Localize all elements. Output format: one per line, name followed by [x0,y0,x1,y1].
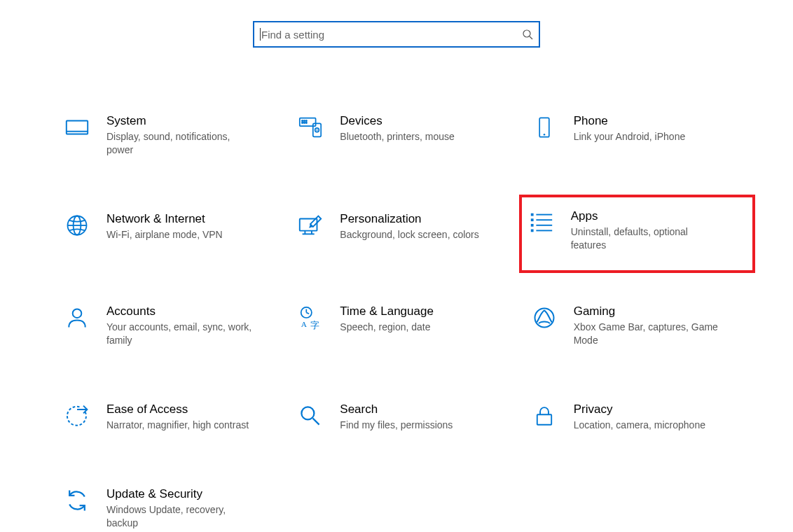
svg-point-7 [306,120,308,122]
tile-title: System [106,113,277,129]
svg-point-8 [302,122,303,124]
tile-texts: Personalization Background, lock screen,… [340,211,510,241]
tile-texts: Network & Internet Wi-Fi, airplane mode,… [106,211,277,241]
svg-rect-27 [536,214,552,216]
tile-title: Personalization [340,211,510,227]
svg-rect-25 [530,224,533,227]
search-container [0,21,793,48]
svg-line-1 [530,36,532,39]
tile-title: Devices [340,113,510,129]
tile-search[interactable]: Search Find my files, permissions [294,399,513,435]
magnifier-icon [296,402,324,430]
svg-rect-23 [530,214,533,216]
tile-texts: Privacy Location, camera, microphone [574,402,744,432]
tile-desc: Background, lock screen, colors [340,228,487,241]
tile-desc: Xbox Game Bar, captures, Game Mode [574,321,721,347]
tile-title: Accounts [106,304,277,319]
tile-title: Gaming [574,304,744,319]
search-input[interactable] [260,28,522,41]
tile-title: Search [340,402,510,417]
tile-accounts[interactable]: Accounts Your accounts, email, sync, wor… [60,301,280,350]
person-icon [63,304,91,332]
ease-of-access-icon [63,402,91,430]
tile-ease-of-access[interactable]: Ease of Access Narrator, magnifier, high… [60,399,280,435]
svg-text:A: A [301,320,308,328]
update-icon [63,486,91,514]
tile-time-language[interactable]: A 字 Time & Language Speech, region, date [294,301,513,350]
svg-rect-28 [536,219,552,220]
tile-title: Phone [574,113,744,129]
tile-desc: Narrator, magnifier, high contrast [106,419,254,432]
svg-point-10 [306,122,308,124]
apps-icon [527,209,556,237]
tile-title: Ease of Access [106,402,277,417]
personalization-icon [296,211,324,239]
tile-texts: Search Find my files, permissions [340,402,510,432]
lock-icon [530,402,558,430]
svg-point-15 [543,134,545,136]
tile-privacy[interactable]: Privacy Location, camera, microphone [527,399,747,435]
svg-text:字: 字 [310,320,319,330]
tile-title: Time & Language [340,304,510,319]
svg-rect-26 [530,230,533,232]
tile-desc: Display, sound, notifications, power [106,130,254,157]
tile-desc: Wi-Fi, airplane mode, VPN [106,228,254,241]
tile-texts: Time & Language Speech, region, date [340,304,510,334]
tile-desc: Location, camera, microphone [574,419,721,432]
tile-desc: Your accounts, email, sync, work, family [106,321,254,347]
tile-desc: Uninstall, defaults, optional features [571,225,718,252]
svg-point-37 [535,309,553,328]
time-language-icon: A 字 [296,304,324,332]
svg-point-31 [73,309,82,318]
svg-point-13 [317,130,318,131]
tile-title: Apps [571,209,747,224]
tile-title: Privacy [574,402,744,417]
tile-texts: Devices Bluetooth, printers, mouse [340,113,510,144]
tile-desc: Find my files, permissions [340,419,487,432]
tile-apps[interactable]: Apps Uninstall, defaults, optional featu… [520,196,754,272]
tile-texts: Ease of Access Narrator, magnifier, high… [106,402,277,432]
search-box[interactable] [253,21,540,48]
settings-home: System Display, sound, notifications, po… [0,0,793,532]
settings-grid: System Display, sound, notifications, po… [46,111,747,532]
tile-texts: Phone Link your Android, iPhone [574,113,744,144]
tile-desc: Bluetooth, printers, mouse [340,130,487,144]
svg-rect-30 [536,230,552,231]
devices-icon [296,113,324,141]
system-icon [63,113,91,141]
globe-icon [63,211,91,239]
phone-icon [530,113,558,141]
tile-texts: Update & Security Windows Update, recove… [106,486,277,530]
svg-rect-24 [530,218,533,221]
tile-desc: Speech, region, date [340,321,487,334]
svg-point-5 [302,120,303,122]
tile-gaming[interactable]: Gaming Xbox Game Bar, captures, Game Mod… [527,301,747,350]
tile-system[interactable]: System Display, sound, notifications, po… [60,111,280,160]
svg-point-0 [523,30,530,37]
tile-texts: Gaming Xbox Game Bar, captures, Game Mod… [574,304,744,347]
tile-network[interactable]: Network & Internet Wi-Fi, airplane mode,… [60,209,280,252]
tile-texts: Apps Uninstall, defaults, optional featu… [571,209,747,252]
tile-devices[interactable]: Devices Bluetooth, printers, mouse [294,111,513,160]
tile-texts: System Display, sound, notifications, po… [106,113,277,157]
tile-desc: Link your Android, iPhone [574,130,721,144]
search-icon [522,29,533,40]
tile-phone[interactable]: Phone Link your Android, iPhone [527,111,747,160]
svg-point-9 [304,122,305,124]
gaming-icon [530,304,558,332]
svg-line-40 [313,419,319,425]
svg-point-39 [302,407,315,419]
tile-title: Network & Internet [106,211,277,227]
tile-title: Update & Security [106,486,277,502]
text-caret [260,28,261,41]
tile-update-security[interactable]: Update & Security Windows Update, recove… [60,484,280,532]
svg-rect-41 [537,414,551,424]
tile-personalization[interactable]: Personalization Background, lock screen,… [294,209,513,252]
tile-texts: Accounts Your accounts, email, sync, wor… [106,304,277,347]
tile-desc: Windows Update, recovery, backup [106,503,254,530]
svg-point-6 [304,120,305,122]
svg-rect-29 [536,225,552,226]
svg-line-34 [307,312,310,314]
